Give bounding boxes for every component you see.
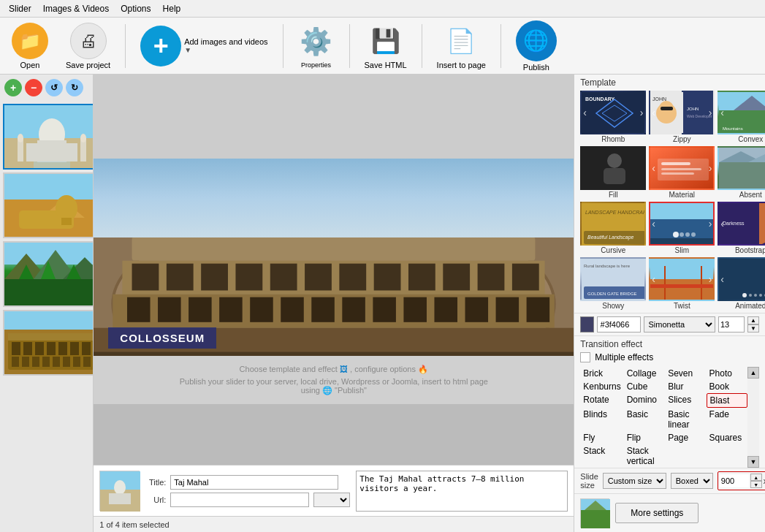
effect-fly[interactable]: Fly [580,431,623,444]
effect-slices[interactable]: Slices [665,393,706,408]
size-type-select[interactable]: Custom size Full width Responsive [603,473,666,489]
slide-label: COLLOSSEUM [108,327,216,349]
template-slim[interactable]: ‹ › Slim [649,202,715,254]
more-settings-button[interactable]: More settings [615,503,699,523]
title-label: Title: [145,478,166,487]
svg-rect-81 [109,493,131,504]
size-box-select[interactable]: Boxed Full [671,473,713,489]
effect-page[interactable]: Page [665,431,706,444]
template-absent[interactable]: Absent [718,146,765,199]
effect-collage[interactable]: Collage [624,367,665,380]
effect-flip[interactable]: Flip [624,431,665,444]
svg-rect-42 [73,357,80,367]
convex-label: Convex [738,135,763,143]
template-twist[interactable]: ‹ › Twist [649,257,715,310]
insert-button[interactable]: 📄 Insert to page [431,20,492,72]
title-row: Title: [145,475,350,490]
svg-rect-70 [373,297,397,322]
effect-basic[interactable]: Basic [624,408,665,431]
effect-seven[interactable]: Seven [665,367,706,380]
menu-slider[interactable]: Slider [3,2,37,15]
effect-domino[interactable]: Domino [624,393,665,408]
add-images-button[interactable]: + Add images and videos ▼ [134,23,273,69]
effects-scroll-up[interactable]: ▲ [747,367,759,379]
title-input[interactable] [170,475,338,490]
save-html-button[interactable]: 💾 Save HTML [359,20,413,72]
redo-button[interactable]: ↻ [66,79,83,96]
font-size-input[interactable] [718,316,745,332]
template-showy[interactable]: Rural landscape is here GOLDEN GATE BRID… [580,257,646,310]
svg-rect-59 [478,264,505,291]
effects-scroll-down[interactable]: ▼ [747,456,759,468]
properties-button[interactable]: ⚙️ Properties [292,20,340,72]
font-select[interactable]: Simonetta Arial Verdana [644,316,715,332]
svg-rect-28 [8,333,94,341]
svg-text:JOHN: JOHN [652,96,666,102]
save-project-label: Save project [66,61,110,69]
svg-rect-40 [53,357,60,367]
slide-top-empty [94,75,574,159]
url-target-select[interactable]: _blank _self [313,493,350,507]
hint-line1: Choose template and effect 🖼 , configure… [102,365,565,374]
open-button[interactable]: 📁 Open [6,20,54,72]
template-convex[interactable]: Mountains ‹ › Convex [718,91,765,143]
template-zippy[interactable]: JOHN JOHN Web Developer ‹ [649,91,715,143]
color-input[interactable] [597,316,641,332]
font-size-down[interactable]: ▼ [747,324,759,332]
undo-button[interactable]: ↺ [45,79,63,96]
template-animated[interactable]: ‹ › Animated [718,257,765,310]
svg-rect-107 [719,162,765,190]
twist-right-arrow: › [709,273,712,285]
effect-kenburns[interactable]: Kenburns [580,380,623,393]
svg-point-99 [607,153,622,168]
add-slide-button[interactable]: + [4,79,22,96]
slim-right-arrow: › [709,218,712,229]
template-material[interactable]: ‹ › Material [649,146,715,199]
svg-rect-51 [201,264,228,291]
dropdown-arrow-icon: ▼ [184,46,191,54]
svg-rect-38 [32,357,39,367]
template-bootstrap[interactable]: Darkness ‹ › Bootstrap [718,202,765,254]
template-cursive[interactable]: LANDSCAPE HANDCRAFT Beautiful Landscape … [580,202,646,254]
multiple-effects-checkbox[interactable] [580,352,590,362]
menu-options[interactable]: Options [115,2,156,15]
thumbnail-2[interactable] [3,172,94,238]
thumbnail-4[interactable] [3,310,94,376]
description-textarea[interactable]: The Taj Mahal attracts 7–8 million visit… [356,471,568,512]
template-fill[interactable]: Fill [580,146,646,199]
svg-text:LANDSCAPE HANDCRAFT: LANDSCAPE HANDCRAFT [585,210,646,215]
font-size-up[interactable]: ▲ [747,316,759,324]
thumbnail-1[interactable] [3,104,94,170]
effect-blur[interactable]: Blur [665,380,706,393]
material-right-arrow: › [709,162,712,174]
width-down[interactable]: ▼ [750,481,762,488]
effect-fade[interactable]: Fade [707,408,747,431]
template-rhomb[interactable]: BOUNDARY ‹ › Rhomb [580,91,646,143]
remove-slide-button[interactable]: − [25,79,42,96]
effect-photo[interactable]: Photo [707,367,747,380]
effect-cube[interactable]: Cube [624,380,665,393]
publish-button[interactable]: 🌐 Publish [510,18,563,75]
menu-help[interactable]: Help [157,2,187,15]
effect-rotate[interactable]: Rotate [580,393,623,408]
effect-book[interactable]: Book [707,380,747,393]
url-input[interactable] [170,493,309,507]
effect-stack[interactable]: Stack [580,444,623,468]
menu-images-videos[interactable]: Images & Videos [37,2,115,15]
svg-point-116 [673,232,679,238]
effect-brick[interactable]: Brick [580,367,623,380]
width-up[interactable]: ▲ [750,474,762,481]
svg-rect-50 [167,264,194,291]
color-swatch[interactable] [580,316,593,332]
thumbnail-3[interactable] [3,241,94,307]
more-settings-icon [580,498,609,528]
width-input[interactable] [720,474,749,487]
effect-basic-linear[interactable]: Basic linear [665,408,706,431]
effect-stack-vertical[interactable]: Stack vertical [624,444,665,468]
effect-squares[interactable]: Squares [707,431,747,444]
svg-rect-73 [465,297,489,322]
save-project-button[interactable]: 🖨 Save project [60,20,116,72]
effect-blinds[interactable]: Blinds [580,408,623,431]
fill-label: Fill [609,191,618,199]
effect-blast[interactable]: Blast [707,393,747,408]
